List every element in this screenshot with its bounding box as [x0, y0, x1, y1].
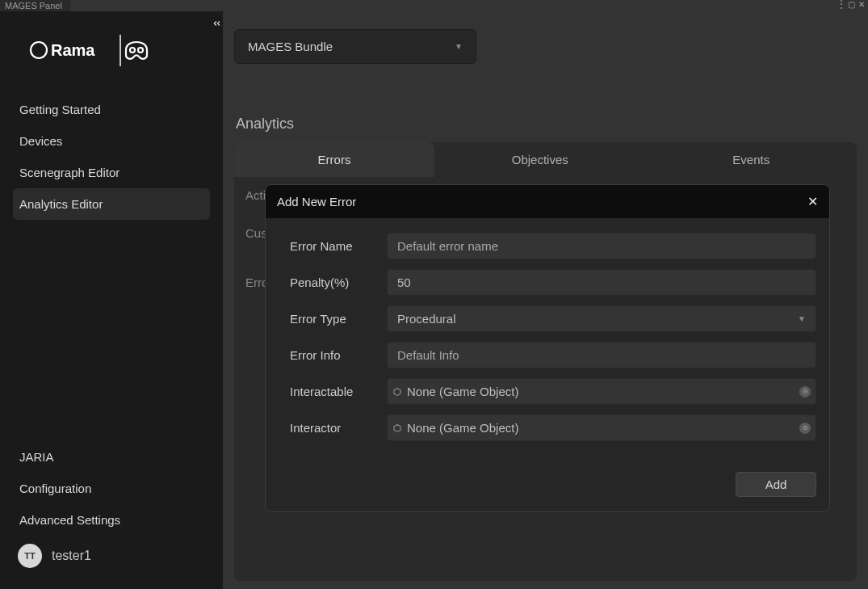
- user-name: tester1: [52, 549, 91, 563]
- interactable-value: None (Game Object): [407, 385, 518, 398]
- sidebar-item-analytics-editor[interactable]: Analytics Editor: [13, 188, 210, 220]
- label-interactor: Interactor: [290, 421, 387, 435]
- sidebar-item-jaria[interactable]: JARIA: [13, 441, 210, 473]
- cube-icon: [392, 387, 402, 397]
- sidebar-item-advanced-settings[interactable]: Advanced Settings: [13, 504, 210, 536]
- chevron-double-left-icon: [211, 18, 222, 29]
- tab-errors[interactable]: Errors: [234, 142, 434, 177]
- sidebar-collapse-button[interactable]: [209, 16, 224, 31]
- error-type-select[interactable]: Procedural ▼: [387, 305, 816, 332]
- window-close-icon[interactable]: ✕: [858, 1, 865, 9]
- sidebar: Rama Getting Started Devices Scenegraph …: [0, 11, 223, 589]
- sidebar-item-getting-started[interactable]: Getting Started: [13, 94, 210, 125]
- close-icon[interactable]: ✕: [807, 194, 818, 209]
- bundle-select[interactable]: MAGES Bundle ▼: [234, 29, 476, 64]
- add-error-modal: Add New Error ✕ Error Name Penalty(%) Er…: [265, 184, 830, 512]
- section-title: Analytics: [236, 116, 857, 133]
- user-row[interactable]: TT tester1: [13, 536, 210, 576]
- titlebar: MAGES Panel ⋮ ▢ ✕: [0, 0, 868, 11]
- svg-point-0: [31, 42, 47, 58]
- svg-point-4: [138, 48, 143, 53]
- sidebar-item-devices[interactable]: Devices: [13, 125, 210, 157]
- sidebar-item-scenegraph-editor[interactable]: Scenegraph Editor: [13, 157, 210, 188]
- interactor-value: None (Game Object): [407, 421, 518, 435]
- label-error-info: Error Info: [290, 348, 387, 362]
- avatar: TT: [18, 544, 42, 568]
- tab-events[interactable]: Events: [646, 142, 858, 177]
- label-error-name: Error Name: [290, 239, 387, 253]
- modal-body: Error Name Penalty(%) Error Type Procedu…: [266, 218, 829, 469]
- sidebar-item-configuration[interactable]: Configuration: [13, 473, 210, 504]
- label-error-type: Error Type: [290, 312, 387, 326]
- window-maximize-icon[interactable]: ▢: [848, 1, 855, 9]
- cube-icon: [392, 423, 402, 433]
- object-picker-icon[interactable]: ⊙: [799, 423, 811, 434]
- modal-title: Add New Error: [277, 195, 356, 208]
- tab-objectives[interactable]: Objectives: [434, 142, 646, 177]
- error-type-value: Procedural: [397, 312, 456, 326]
- bundle-select-value: MAGES Bundle: [248, 40, 333, 53]
- object-picker-icon[interactable]: ⊙: [799, 386, 811, 398]
- label-interactable: Interactable: [290, 385, 387, 398]
- svg-text:Rama: Rama: [51, 41, 95, 59]
- interactable-objectfield[interactable]: None (Game Object) ⊙: [387, 378, 816, 405]
- svg-point-3: [130, 48, 135, 53]
- error-info-input[interactable]: [387, 342, 816, 368]
- chevron-down-icon: ▼: [798, 314, 806, 323]
- window-menu-icon[interactable]: ⋮: [837, 1, 845, 9]
- nav-top: Getting Started Devices Scenegraph Edito…: [0, 94, 223, 220]
- tabs-row: Errors Objectives Events: [234, 142, 857, 177]
- add-button[interactable]: Add: [736, 472, 816, 497]
- interactor-objectfield[interactable]: None (Game Object) ⊙: [387, 414, 816, 441]
- penalty-input[interactable]: [387, 269, 816, 296]
- label-penalty: Penalty(%): [290, 276, 387, 289]
- nav-bottom: JARIA Configuration Advanced Settings TT…: [0, 441, 223, 581]
- panel-tab[interactable]: MAGES Panel: [0, 0, 70, 11]
- modal-header: Add New Error ✕: [266, 185, 829, 218]
- chevron-down-icon: ▼: [455, 42, 463, 51]
- error-name-input[interactable]: [387, 233, 816, 259]
- logo: Rama: [0, 11, 223, 94]
